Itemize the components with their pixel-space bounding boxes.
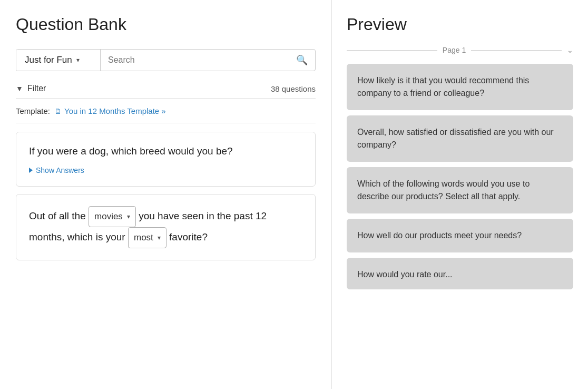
template-link[interactable]: 🗎 You in 12 Months Template » [54,106,166,115]
template-label: Template: [16,106,50,115]
preview-card-2[interactable]: Overall, how satisfied or dissatisfied a… [347,115,573,162]
left-panel: Question Bank Just for Fun ▾ 🔍 ▼ Filter … [0,0,332,389]
question-card-1: If you were a dog, which breed would you… [16,132,316,187]
template-row: Template: 🗎 You in 12 Months Template » [16,106,316,123]
inline-question: Out of all the movies ▾ you have seen in… [29,206,302,248]
filter-row: ▼ Filter 38 questions [16,79,316,99]
preview-card-3[interactable]: Which of the following words would you u… [347,167,573,213]
preview-questions: How likely is it that you would recommen… [347,64,573,374]
triangle-icon [29,168,33,173]
preview-question-2: Overall, how satisfied or dissatisfied a… [357,128,554,149]
preview-card-1[interactable]: How likely is it that you would recommen… [347,64,573,110]
question-card-2: Out of all the movies ▾ you have seen in… [16,194,316,260]
search-icon: 🔍 [296,54,308,66]
questions-list: If you were a dog, which breed would you… [16,132,316,374]
page-line-left [347,50,437,51]
preview-title: Preview [347,15,573,34]
search-input[interactable] [108,55,292,65]
show-answers-label: Show Answers [36,166,84,174]
preview-card-4[interactable]: How well do our products meet your needs… [347,219,573,252]
preview-card-5[interactable]: How would you rate our... [347,258,573,289]
right-panel: Preview Page 1 ⌄ How likely is it that y… [332,0,588,389]
doc-icon: 🗎 [54,107,62,115]
page-label: Page 1 [443,46,466,54]
preview-question-5: How would you rate our... [357,270,453,279]
inline-select-most-value: most [134,229,153,247]
page-chevron-icon[interactable]: ⌄ [567,46,573,54]
preview-question-4: How well do our products meet your needs… [357,231,522,240]
filter-label: Filter [27,84,46,93]
search-bar: Just for Fun ▾ 🔍 [16,49,316,71]
movies-chevron-icon: ▾ [127,210,130,223]
page-indicator: Page 1 ⌄ [347,46,573,54]
filter-button[interactable]: ▼ Filter [16,84,46,93]
inline-select-movies-value: movies [94,208,123,226]
page-line-right [471,50,562,51]
most-chevron-icon: ▾ [158,231,161,244]
question-text-1: If you were a dog, which breed would you… [29,144,302,159]
inline-text-3: favorite? [169,231,208,242]
template-link-text: You in 12 Months Template » [64,106,166,115]
inline-select-most[interactable]: most ▾ [128,227,166,248]
category-dropdown[interactable]: Just for Fun ▾ [16,50,101,71]
question-count: 38 questions [271,84,316,93]
inline-text-1: Out of all the [29,210,89,221]
search-input-wrapper: 🔍 [101,50,315,71]
preview-question-3: Which of the following words would you u… [357,179,530,201]
show-answers-button[interactable]: Show Answers [29,166,302,174]
category-chevron-icon: ▾ [76,56,80,64]
inline-select-movies[interactable]: movies ▾ [89,206,136,227]
preview-question-1: How likely is it that you would recommen… [357,76,529,98]
category-label: Just for Fun [25,55,72,65]
page-title: Question Bank [16,15,316,34]
filter-icon: ▼ [16,84,23,93]
